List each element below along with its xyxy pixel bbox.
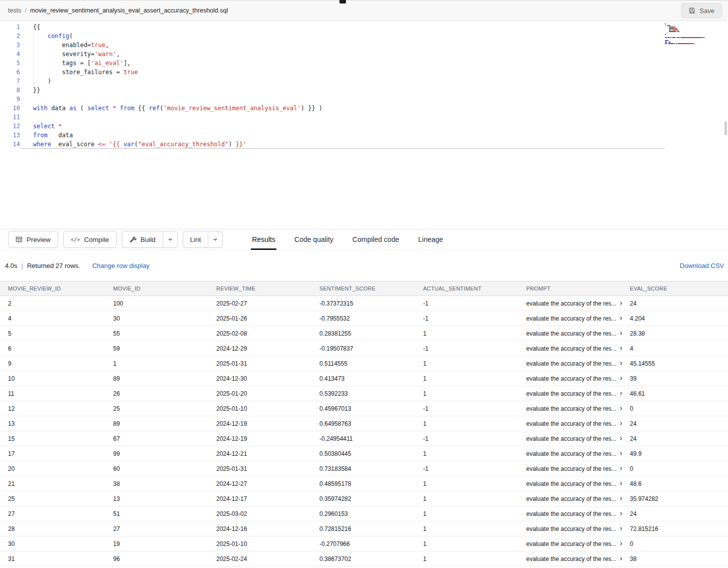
lint-button[interactable]: Lint — [183, 231, 208, 248]
tab-compiled-code[interactable]: Compiled code — [351, 229, 400, 250]
cell-movie-id: 30 — [105, 315, 208, 322]
cell-prompt: evaluate the accuracy of the res... — [518, 330, 622, 337]
prompt-text: evaluate the accuracy of the res... — [526, 480, 616, 487]
build-button[interactable]: Build — [122, 231, 163, 248]
cell-movie-review-id: 11 — [0, 390, 105, 397]
line-number: 4 — [0, 50, 20, 59]
cell-movie-id: 99 — [105, 450, 208, 457]
table-row[interactable]: 12252025-01-100.45967013-1evaluate the a… — [0, 401, 728, 416]
code-line-text: where eval_score <= '{{ var("eval_accura… — [20, 140, 665, 149]
cell-movie-id: 89 — [105, 375, 208, 382]
cell-actual-sentiment: 1 — [415, 495, 518, 502]
code-line[interactable]: 7 ) — [0, 77, 728, 86]
cell-eval-score: 24 — [622, 510, 728, 517]
code-editor[interactable]: 1{{2 config(3 enabled=true,4 severity='w… — [0, 21, 728, 229]
code-line[interactable]: 6 store_failures = true — [0, 68, 728, 77]
save-button-label: Save — [699, 7, 714, 15]
cell-movie-id: 100 — [105, 300, 208, 307]
table-row[interactable]: 912025-01-310.51145551evaluate the accur… — [0, 356, 728, 371]
table-row[interactable]: 17992024-12-210.503804451evaluate the ac… — [0, 446, 728, 461]
table-row[interactable]: 21002025-02-27-0.37372315-1evaluate the … — [0, 296, 728, 311]
minimap-line — [665, 31, 724, 32]
cell-review-time: 2024-12-21 — [208, 450, 311, 457]
cell-eval-score: 28.38 — [622, 330, 728, 337]
editor-minimap[interactable] — [665, 24, 724, 45]
code-line[interactable]: 12select * — [0, 122, 728, 131]
compile-button[interactable]: </> Compile — [63, 231, 117, 248]
code-line-text: }} — [20, 86, 665, 95]
save-button[interactable]: Save — [681, 3, 722, 18]
table-row[interactable]: 31962025-02-240.386737021evaluate the ac… — [0, 551, 728, 566]
table-row[interactable]: 15672024-12-19-0.24954411-1evaluate the … — [0, 431, 728, 446]
table-row[interactable]: 6592024-12-29-0.19507837-1evaluate the a… — [0, 341, 728, 356]
breadcrumb-folder[interactable]: tests — [8, 7, 21, 14]
minimap-line — [665, 30, 724, 31]
cell-movie-review-id: 21 — [0, 480, 105, 487]
file-header: tests / movie_review_sentiment_analysis_… — [0, 0, 728, 21]
table-row[interactable]: 25132024-12-170.359742821evaluate the ac… — [0, 491, 728, 506]
code-line[interactable]: 14where eval_score <= '{{ var("eval_accu… — [0, 140, 728, 149]
minimap-line — [665, 24, 724, 25]
table-row[interactable]: 20602025-01-310.73183584-1evaluate the a… — [0, 461, 728, 476]
cell-movie-id: 19 — [105, 540, 208, 547]
tab-lineage[interactable]: Lineage — [417, 229, 444, 250]
floppy-icon — [688, 7, 695, 14]
prompt-text: evaluate the accuracy of the res... — [526, 510, 616, 517]
table-row[interactable]: 30192025-01-10-0.27079661evaluate the ac… — [0, 536, 728, 551]
minimap-line — [665, 27, 724, 28]
code-line[interactable]: 5 tags = ['ai_eval'], — [0, 59, 728, 68]
cell-review-time: 2025-02-24 — [208, 555, 311, 562]
preview-button[interactable]: Preview — [8, 231, 58, 248]
code-line[interactable]: 1{{ — [0, 23, 728, 32]
line-number: 1 — [0, 23, 20, 32]
table-row[interactable]: 10892024-12-300.4134731evaluate the accu… — [0, 371, 728, 386]
code-line[interactable]: 8}} — [0, 86, 728, 95]
table-row[interactable]: 4302025-01-26-0.7955532-1evaluate the ac… — [0, 311, 728, 326]
lint-dropdown-button[interactable] — [208, 231, 223, 248]
tab-results[interactable]: Results — [251, 229, 276, 250]
line-number: 8 — [0, 86, 20, 95]
cell-review-time: 2025-02-27 — [208, 300, 311, 307]
cell-sentiment-score: 0.64958763 — [311, 420, 415, 427]
table-row[interactable]: 11262025-01-200.53922331evaluate the acc… — [0, 386, 728, 401]
cell-review-time: 2025-01-31 — [208, 360, 311, 367]
code-line[interactable]: 4 severity='warn', — [0, 50, 728, 59]
column-header-review_time: REVIEW_TIME — [208, 286, 311, 292]
cell-movie-id: 51 — [105, 510, 208, 517]
line-number: 10 — [0, 104, 20, 113]
build-dropdown-button[interactable] — [163, 231, 178, 248]
table-row[interactable]: 28272024-12-160.728152161evaluate the ac… — [0, 521, 728, 536]
table-row[interactable]: 13892024-12-190.649587631evaluate the ac… — [0, 416, 728, 431]
tab-code-quality[interactable]: Code quality — [293, 229, 334, 250]
change-row-display-link[interactable]: Change row display — [92, 262, 149, 269]
editor-scrollbar[interactable] — [724, 121, 727, 135]
cell-sentiment-score: 0.5392233 — [311, 390, 415, 397]
code-line[interactable]: 9 — [0, 95, 728, 104]
code-line[interactable]: 13from data — [0, 131, 728, 140]
cell-prompt: evaluate the accuracy of the res... — [518, 555, 622, 562]
prompt-text: evaluate the accuracy of the res... — [526, 555, 616, 562]
column-header-movie_id: MOVIE_ID — [105, 286, 208, 292]
prompt-text: evaluate the accuracy of the res... — [526, 300, 616, 307]
cell-eval-score: 35.974282 — [622, 495, 728, 502]
table-row[interactable]: 21382024-12-270.485951781evaluate the ac… — [0, 476, 728, 491]
build-button-label: Build — [141, 236, 156, 243]
cell-sentiment-score: 0.48595178 — [311, 480, 415, 487]
code-line[interactable]: 2 config( — [0, 32, 728, 41]
cell-eval-score: 4.204 — [622, 315, 728, 322]
breadcrumb-filename: movie_review_sentiment_analysis_eval_ass… — [30, 7, 228, 14]
table-row[interactable]: 5552025-02-080.283812551evaluate the acc… — [0, 326, 728, 341]
code-line[interactable]: 3 enabled=true, — [0, 41, 728, 50]
table-header: MOVIE_REVIEW_IDMOVIE_IDREVIEW_TIMESENTIM… — [0, 281, 728, 296]
cell-movie-id: 13 — [105, 495, 208, 502]
results-table: MOVIE_REVIEW_IDMOVIE_IDREVIEW_TIMESENTIM… — [0, 281, 728, 566]
cell-actual-sentiment: 1 — [415, 420, 518, 427]
download-csv-link[interactable]: Download CSV — [680, 262, 724, 269]
cell-actual-sentiment: -1 — [415, 435, 518, 442]
table-row[interactable]: 27512025-03-020.29601531evaluate the acc… — [0, 506, 728, 521]
cell-movie-review-id: 17 — [0, 450, 105, 457]
cell-prompt: evaluate the accuracy of the res... — [518, 480, 622, 487]
cell-movie-id: 60 — [105, 465, 208, 472]
code-line[interactable]: 11 — [0, 113, 728, 122]
code-line[interactable]: 10with data as ( select * from {{ ref('m… — [0, 104, 728, 113]
